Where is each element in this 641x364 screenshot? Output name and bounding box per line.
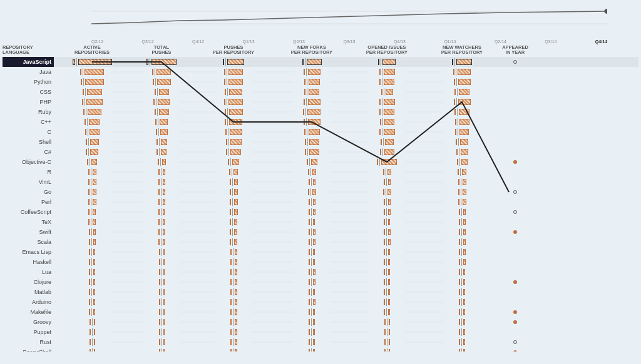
data-row-haskell — [54, 257, 638, 267]
appeared-cell-css — [500, 87, 531, 97]
bar-left — [83, 89, 84, 95]
appeared-dot-filled — [513, 280, 517, 284]
bar-left — [304, 119, 305, 125]
bar-left — [230, 209, 231, 215]
bar-right — [235, 339, 237, 345]
bar-left — [459, 269, 460, 275]
lang-label-arduino: Arduino — [32, 299, 51, 305]
bar-right — [308, 99, 320, 105]
appeared-cell-php — [500, 97, 531, 107]
appeared-dot-filled — [513, 350, 517, 352]
bar-left — [89, 309, 90, 315]
bar-left — [459, 329, 460, 335]
bar-right — [162, 159, 166, 165]
bar-left — [459, 299, 460, 305]
bar-left — [384, 299, 385, 305]
bar-left — [305, 149, 306, 155]
bar-left — [225, 89, 226, 95]
bar-left — [159, 289, 160, 295]
bar-right — [388, 249, 390, 255]
lang-label-powershell: PowerShell — [23, 349, 51, 352]
bar-right — [230, 149, 241, 155]
bar-left — [379, 129, 381, 135]
bar-right — [94, 319, 95, 325]
bar-right — [388, 299, 390, 305]
data-row-arduino — [54, 297, 638, 307]
bar-right — [228, 79, 243, 85]
bar-right — [458, 79, 471, 85]
lang-row-php: PHP — [3, 97, 54, 107]
bar-left — [454, 79, 455, 85]
bar-left — [309, 319, 310, 325]
bar-left — [155, 119, 156, 125]
bar-left — [459, 239, 460, 245]
appeared-dot-hollow — [513, 60, 517, 64]
lang-label-ruby: Ruby — [38, 109, 51, 115]
bar-left — [230, 329, 232, 335]
bar-right — [160, 119, 168, 125]
bar-left — [158, 209, 160, 215]
main-container: Q2/12 Q3/12 Q4/12 Q1/13 Q2/13 Q3/13 Q4/1… — [0, 0, 641, 364]
lang-row-scala: Scala — [3, 237, 54, 247]
bar-right — [93, 199, 96, 205]
bar-right — [93, 289, 95, 295]
lang-row-java: Java — [3, 67, 54, 77]
bar-left — [228, 159, 229, 165]
appeared-cell-ruby — [500, 107, 531, 117]
bar-right — [313, 269, 315, 275]
bar-left — [89, 269, 90, 275]
bar-left — [379, 69, 381, 75]
bar-left — [90, 319, 91, 325]
lang-row-r: R — [3, 167, 54, 177]
data-row-c — [54, 127, 638, 137]
bar-right — [93, 229, 96, 235]
bar-right — [163, 239, 165, 245]
bar-right — [388, 239, 391, 245]
bar-right — [163, 289, 165, 295]
lang-label-tex: TeX — [41, 219, 51, 225]
bar-right — [463, 269, 465, 275]
lang-row-swift: Swift — [3, 227, 54, 237]
bar-left — [230, 299, 232, 305]
bar-left — [307, 159, 308, 165]
data-row-makefile — [54, 307, 638, 317]
lang-row-lua: Lua — [3, 267, 54, 277]
bar-left — [309, 339, 310, 345]
bar-right — [384, 99, 395, 105]
bar-left — [230, 259, 232, 265]
bar-left — [303, 109, 304, 115]
bar-right — [235, 309, 237, 315]
bar-right — [156, 69, 171, 75]
bar-left — [453, 69, 454, 75]
bar-left — [86, 139, 87, 145]
bar-left — [459, 249, 460, 255]
q-2-12: Q2/12 — [91, 39, 103, 44]
bar-left — [224, 79, 225, 85]
bar-right — [384, 149, 394, 155]
bar-right — [163, 269, 165, 275]
bar-left — [230, 279, 232, 285]
bar-right — [384, 109, 394, 115]
bar-left — [81, 79, 82, 85]
bar-left — [85, 119, 86, 125]
bar-left — [158, 239, 160, 245]
bar-right — [235, 279, 237, 285]
bar-right — [313, 209, 315, 215]
appeared-cell-python — [500, 77, 531, 87]
lang-row-python: Python — [3, 77, 54, 87]
data-row-emacs-lisp — [54, 247, 638, 257]
bar-left — [89, 259, 90, 265]
bar-left — [384, 209, 385, 215]
header-opened-issues: OPENED ISSUESPER REPOSITORY — [349, 45, 424, 57]
bar-left — [230, 199, 231, 205]
bar-right — [235, 269, 237, 275]
bar-left — [226, 149, 227, 155]
bar-right — [163, 339, 165, 345]
appeared-cell-swift — [500, 227, 531, 237]
bar-left — [224, 69, 225, 75]
bar-left — [230, 269, 232, 275]
lang-label-perl: Perl — [41, 199, 51, 205]
bar-right — [381, 159, 397, 165]
bar-left — [88, 169, 90, 175]
lang-row-clojure: Clojure — [3, 277, 54, 287]
